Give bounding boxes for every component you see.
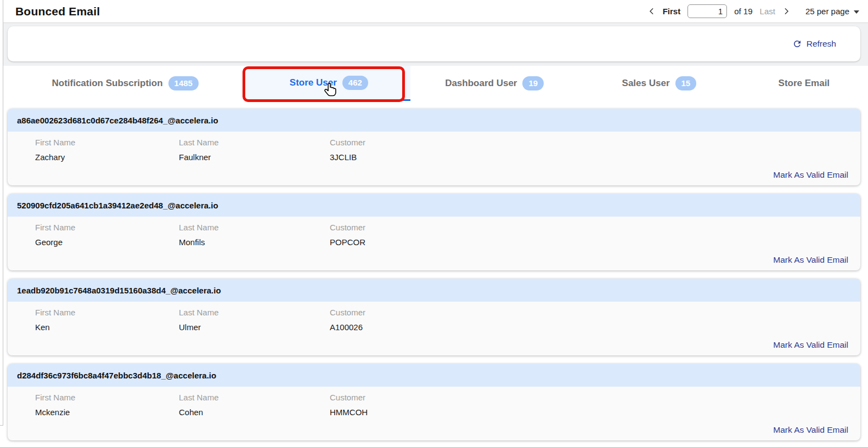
card-fields: First Name Ken Last Name Ulmer Customer … <box>8 307 860 333</box>
refresh-button[interactable]: Refresh <box>792 39 836 49</box>
card-action-row: Mark As Valid Email <box>8 425 860 440</box>
field-last-name: Last Name Monfils <box>179 222 330 248</box>
email-address: 520909cfd205a641cb1a39412ae2ed48_@accele… <box>17 201 218 210</box>
field-label: Last Name <box>179 222 330 233</box>
card-body: First Name Zachary Last Name Faulkner Cu… <box>8 132 860 185</box>
tab-label: Sales User <box>622 78 670 89</box>
field-value: HMMCOH <box>330 406 860 418</box>
field-last-name: Last Name Faulkner <box>179 137 330 163</box>
tab-store-user[interactable]: Store User 462 <box>247 66 410 101</box>
field-value: Mckenzie <box>35 406 179 418</box>
per-page-label: 25 per page <box>805 7 849 16</box>
toolbar-band: Refresh <box>0 23 868 66</box>
bounced-email-card: 1eadb920b91c7648a0319d15160a38d4_@accele… <box>8 279 860 355</box>
bounced-email-list: a86ae002623d681c0d67ce284b48f264_@accele… <box>0 106 868 440</box>
card-action-row: Mark As Valid Email <box>8 255 860 270</box>
card-fields: First Name Zachary Last Name Faulkner Cu… <box>8 137 860 163</box>
field-first-name: First Name Mckenzie <box>35 392 179 418</box>
card-body: First Name George Last Name Monfils Cust… <box>8 217 860 270</box>
field-last-name: Last Name Ulmer <box>179 307 330 333</box>
field-label: Customer <box>330 392 860 403</box>
tab-store-email[interactable]: Store Email <box>740 66 868 101</box>
tab-dashboard-user[interactable]: Dashboard User 19 <box>410 66 578 101</box>
field-last-name: Last Name Cohen <box>179 392 330 418</box>
field-value: 3JCLIB <box>330 151 860 163</box>
field-label: First Name <box>35 307 179 318</box>
tab-count-badge: 15 <box>675 76 697 90</box>
caret-down-icon <box>854 10 859 14</box>
email-address: a86ae002623d681c0d67ce284b48f264_@accele… <box>17 116 218 125</box>
email-address: d284df36c973f6bc8a4f47ebbc3d4b18_@accele… <box>17 371 216 380</box>
field-value: Ulmer <box>179 321 330 333</box>
page-number-input[interactable] <box>687 4 727 18</box>
card-email-header: 1eadb920b91c7648a0319d15160a38d4_@accele… <box>8 279 860 302</box>
tab-bar: Notification Subscription 1485 Store Use… <box>3 66 868 106</box>
first-page-button[interactable]: First <box>663 7 681 16</box>
last-page-button[interactable]: Last <box>760 7 775 16</box>
field-first-name: First Name Zachary <box>35 137 179 163</box>
field-first-name: First Name George <box>35 222 179 248</box>
tab-label: Notification Subscription <box>52 78 162 89</box>
field-label: Customer <box>330 307 860 318</box>
card-email-header: 520909cfd205a641cb1a39412ae2ed48_@accele… <box>8 194 860 217</box>
field-label: First Name <box>35 222 179 233</box>
field-label: First Name <box>35 392 179 403</box>
card-fields: First Name Mckenzie Last Name Cohen Cust… <box>8 392 860 418</box>
page-count-label: of 19 <box>734 7 752 16</box>
tab-label: Dashboard User <box>445 78 517 89</box>
toolbar-panel: Refresh <box>8 26 860 61</box>
mark-as-valid-email-link[interactable]: Mark As Valid Email <box>773 170 848 179</box>
card-fields: First Name George Last Name Monfils Cust… <box>8 222 860 248</box>
field-value: Zachary <box>35 151 179 163</box>
bounced-email-card: 520909cfd205a641cb1a39412ae2ed48_@accele… <box>8 194 860 270</box>
field-label: First Name <box>35 137 179 148</box>
card-action-row: Mark As Valid Email <box>8 170 860 185</box>
field-value: Monfils <box>179 236 330 248</box>
mark-as-valid-email-link[interactable]: Mark As Valid Email <box>773 340 848 349</box>
chevron-right-icon[interactable] <box>782 7 791 15</box>
tab-sales-user[interactable]: Sales User 15 <box>578 66 740 101</box>
field-label: Customer <box>330 222 860 233</box>
per-page-dropdown[interactable]: 25 per page <box>805 7 859 16</box>
chevron-left-icon[interactable] <box>647 7 656 15</box>
pagination-controls: First of 19 Last 25 per page <box>647 4 859 18</box>
card-email-header: d284df36c973f6bc8a4f47ebbc3d4b18_@accele… <box>8 364 860 387</box>
tab-count-badge: 19 <box>522 76 544 90</box>
field-customer: Customer 3JCLIB <box>330 137 860 163</box>
left-edge-divider <box>0 0 3 426</box>
field-value: A100026 <box>330 321 860 333</box>
field-value: Faulkner <box>179 151 330 163</box>
card-body: First Name Mckenzie Last Name Cohen Cust… <box>8 387 860 440</box>
field-value: Ken <box>35 321 179 333</box>
refresh-label: Refresh <box>807 39 836 49</box>
field-value: George <box>35 236 179 248</box>
field-label: Customer <box>330 137 860 148</box>
card-action-row: Mark As Valid Email <box>8 340 860 355</box>
card-body: First Name Ken Last Name Ulmer Customer … <box>8 302 860 355</box>
email-address: 1eadb920b91c7648a0319d15160a38d4_@accele… <box>17 286 221 295</box>
tab-count-badge: 1485 <box>168 76 199 90</box>
tab-label: Store User <box>290 77 337 88</box>
field-customer: Customer A100026 <box>330 307 860 333</box>
field-label: Last Name <box>179 137 330 148</box>
mark-as-valid-email-link[interactable]: Mark As Valid Email <box>773 255 848 264</box>
top-bar: Bounced Email First of 19 Last 25 per pa… <box>0 0 868 23</box>
field-customer: Customer POPCOR <box>330 222 860 248</box>
field-value: Cohen <box>179 406 330 418</box>
card-email-header: a86ae002623d681c0d67ce284b48f264_@accele… <box>8 109 860 132</box>
field-customer: Customer HMMCOH <box>330 392 860 418</box>
tab-count-badge: 462 <box>342 76 368 90</box>
content-section: Notification Subscription 1485 Store Use… <box>0 66 868 447</box>
bounced-email-card: a86ae002623d681c0d67ce284b48f264_@accele… <box>8 109 860 185</box>
bounced-email-card: d284df36c973f6bc8a4f47ebbc3d4b18_@accele… <box>8 364 860 440</box>
field-label: Last Name <box>179 307 330 318</box>
page-title: Bounced Email <box>15 5 100 18</box>
tab-notification-subscription[interactable]: Notification Subscription 1485 <box>3 66 247 101</box>
tab-label: Store Email <box>779 78 830 89</box>
field-label: Last Name <box>179 392 330 403</box>
field-first-name: First Name Ken <box>35 307 179 333</box>
refresh-icon <box>792 39 802 49</box>
field-value: POPCOR <box>330 236 860 248</box>
mark-as-valid-email-link[interactable]: Mark As Valid Email <box>773 425 848 434</box>
